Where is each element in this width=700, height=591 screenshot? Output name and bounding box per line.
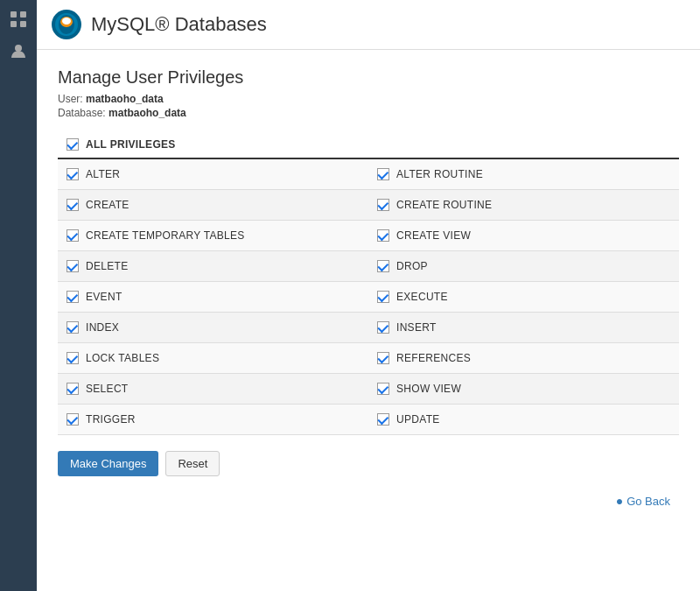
privilege-cell-right: DROP — [368, 251, 679, 282]
privilege-label: UPDATE — [396, 413, 440, 426]
privilege-checkbox[interactable] — [377, 383, 389, 395]
privilege-label: DROP — [396, 260, 428, 272]
user-icon[interactable] — [6, 39, 31, 63]
privilege-cell-right: CREATE ROUTINE — [368, 190, 679, 221]
content-area: Manage User Privileges User: matbaoho_da… — [37, 50, 700, 591]
privilege-checkbox[interactable] — [66, 383, 79, 395]
privilege-checkbox[interactable] — [66, 291, 79, 303]
privilege-cell-left: INDEX — [58, 313, 368, 343]
all-privileges-row: ALL PRIVILEGES — [58, 131, 679, 159]
privilege-cell-right: ALTER ROUTINE — [368, 159, 679, 190]
privilege-label: TRIGGER — [86, 413, 136, 426]
privilege-checkbox[interactable] — [377, 168, 389, 180]
privilege-checkbox[interactable] — [377, 229, 389, 242]
user-value: matbaoho_data — [86, 93, 164, 105]
privilege-checkbox[interactable] — [377, 321, 389, 334]
privilege-label: CREATE ROUTINE — [396, 199, 492, 211]
table-row: CREATECREATE ROUTINE — [58, 190, 679, 221]
action-buttons: Make Changes Reset — [58, 451, 679, 476]
save-button[interactable]: Make Changes — [58, 451, 158, 476]
privilege-cell-left: DELETE — [58, 251, 368, 282]
app-title: MySQL® Databases — [91, 13, 267, 36]
privilege-label: ALTER ROUTINE — [396, 168, 483, 180]
table-row: LOCK TABLESREFERENCES — [58, 343, 679, 374]
user-meta: User: matbaoho_data — [58, 93, 679, 105]
privilege-cell-left: LOCK TABLES — [58, 343, 368, 374]
privilege-cell-right: UPDATE — [368, 405, 679, 435]
svg-rect-2 — [10, 21, 17, 27]
main-content: MySQL® Databases Manage User Privileges … — [37, 0, 700, 591]
privilege-label: REFERENCES — [396, 352, 471, 364]
go-back-link[interactable]: ● Go Back — [616, 494, 670, 508]
svg-rect-0 — [10, 11, 17, 18]
privilege-label: EVENT — [86, 291, 122, 303]
database-value: matbaoho_data — [108, 107, 186, 119]
table-row: EVENTEXECUTE — [58, 282, 679, 313]
privilege-checkbox[interactable] — [66, 321, 79, 334]
grid-icon[interactable] — [6, 7, 31, 32]
privilege-label: ALTER — [86, 168, 120, 180]
privileges-table: ALTERALTER ROUTINECREATECREATE ROUTINECR… — [58, 159, 679, 435]
privilege-checkbox[interactable] — [66, 352, 79, 364]
app-header: MySQL® Databases — [37, 0, 700, 50]
privilege-label: INSERT — [396, 321, 437, 334]
all-privileges-checkbox[interactable] — [66, 138, 79, 151]
sidebar — [0, 0, 37, 591]
privilege-checkbox[interactable] — [377, 413, 389, 426]
svg-rect-3 — [20, 21, 26, 27]
privilege-label: DELETE — [86, 260, 128, 272]
all-privileges-label: ALL PRIVILEGES — [86, 138, 176, 151]
database-label: Database: — [58, 107, 106, 119]
table-row: INDEXINSERT — [58, 313, 679, 343]
privilege-label: SELECT — [86, 383, 128, 395]
privilege-checkbox[interactable] — [377, 199, 389, 211]
privilege-cell-left: CREATE — [58, 190, 368, 221]
privilege-cell-left: EVENT — [58, 282, 368, 313]
page-title: Manage User Privileges — [58, 67, 679, 88]
mysql-icon — [51, 9, 82, 40]
go-back-icon: ● — [616, 494, 623, 508]
privilege-label: LOCK TABLES — [86, 352, 159, 364]
reset-button[interactable]: Reset — [165, 451, 220, 476]
privilege-label: SHOW VIEW — [396, 383, 461, 395]
privilege-checkbox[interactable] — [377, 260, 389, 272]
privilege-cell-left: CREATE TEMPORARY TABLES — [58, 221, 368, 251]
table-row: DELETEDROP — [58, 251, 679, 282]
svg-rect-1 — [20, 11, 26, 18]
privilege-cell-right: SHOW VIEW — [368, 374, 679, 405]
privilege-label: CREATE TEMPORARY TABLES — [86, 229, 245, 242]
privilege-checkbox[interactable] — [66, 168, 79, 180]
privilege-checkbox[interactable] — [66, 413, 79, 426]
svg-point-9 — [62, 18, 71, 25]
table-row: SELECTSHOW VIEW — [58, 374, 679, 405]
svg-point-4 — [15, 45, 22, 52]
privilege-cell-right: EXECUTE — [368, 282, 679, 313]
privilege-cell-left: ALTER — [58, 159, 368, 190]
go-back-label: Go Back — [626, 495, 670, 508]
privilege-checkbox[interactable] — [377, 291, 389, 303]
go-back-row: ● Go Back — [58, 494, 679, 508]
privilege-checkbox[interactable] — [66, 260, 79, 272]
privilege-checkbox[interactable] — [377, 352, 389, 364]
privilege-label: EXECUTE — [396, 291, 448, 303]
privilege-label: CREATE — [86, 199, 130, 211]
privilege-cell-right: CREATE VIEW — [368, 221, 679, 251]
privilege-checkbox[interactable] — [66, 229, 79, 242]
user-label: User: — [58, 93, 83, 105]
table-row: TRIGGERUPDATE — [58, 405, 679, 435]
database-meta: Database: matbaoho_data — [58, 107, 679, 119]
table-row: CREATE TEMPORARY TABLESCREATE VIEW — [58, 221, 679, 251]
privilege-cell-right: REFERENCES — [368, 343, 679, 374]
privilege-label: INDEX — [86, 321, 119, 334]
privilege-cell-right: INSERT — [368, 313, 679, 343]
privilege-cell-left: SELECT — [58, 374, 368, 405]
privilege-checkbox[interactable] — [66, 199, 79, 211]
table-row: ALTERALTER ROUTINE — [58, 159, 679, 190]
privilege-label: CREATE VIEW — [396, 229, 471, 242]
privilege-cell-left: TRIGGER — [58, 405, 368, 435]
